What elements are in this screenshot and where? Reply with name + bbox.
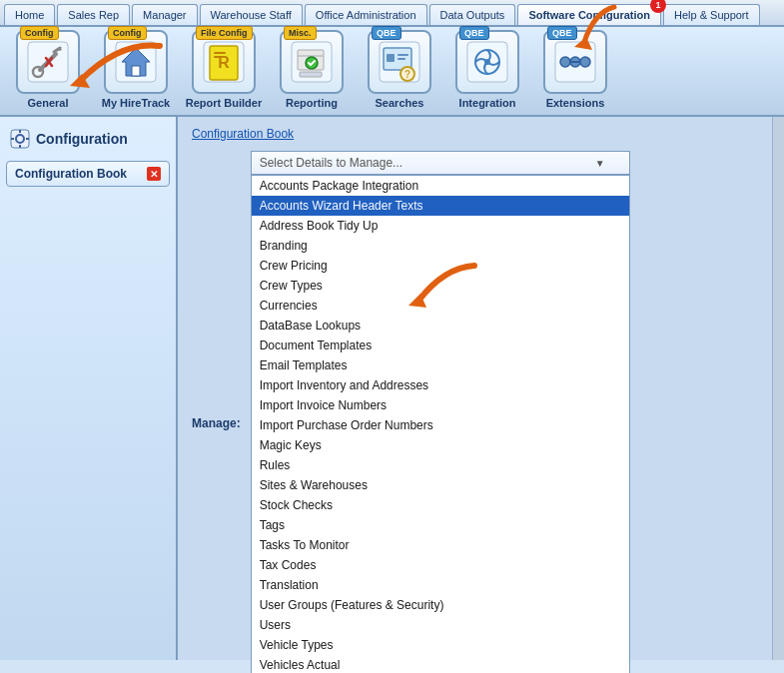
config-icon — [10, 129, 30, 149]
toolbar-btn-report-builder[interactable]: File Config R Report Builder — [184, 30, 264, 109]
badge-config-hiretrack: Config — [108, 26, 147, 40]
svg-point-34 — [580, 57, 590, 67]
svg-rect-14 — [214, 52, 226, 54]
sidebar-item-config-book[interactable]: Configuration Book ✕ — [6, 161, 170, 187]
dropdown-item-tax-codes[interactable]: Tax Codes — [252, 555, 629, 575]
sidebar-item-close[interactable]: ✕ — [147, 167, 161, 181]
toolbar-btn-extensions[interactable]: QBE Extensions — [535, 30, 615, 109]
dropdown-item-rules[interactable]: Rules — [252, 455, 629, 475]
toolbar-label-searches: Searches — [376, 97, 424, 109]
tab-manager[interactable]: Manager — [132, 4, 197, 25]
svg-rect-24 — [397, 54, 408, 56]
sidebar-item-label: Configuration Book — [15, 167, 127, 181]
dropdown-item-vehicle-types[interactable]: Vehicle Types — [252, 635, 629, 655]
tab-data-outputs[interactable]: Data Outputs — [429, 4, 516, 25]
dropdown-item-sites-warehouses[interactable]: Sites & Warehouses — [252, 475, 629, 495]
manage-label: Manage: — [192, 416, 241, 430]
chevron-down-icon: ▼ — [595, 158, 605, 169]
extensions-icon — [553, 40, 597, 84]
dropdown-item-import-inventory[interactable]: Import Inventory and Addresses — [252, 375, 629, 395]
dropdown-item-users[interactable]: Users — [252, 615, 629, 635]
toolbar-btn-integration[interactable]: QBE Integration — [447, 30, 527, 109]
badge-qbe-extensions: QBE — [547, 26, 577, 40]
dropdown-item-stock-checks[interactable]: Stock Checks — [252, 495, 629, 515]
dropdown-item-database-lookups[interactable]: DataBase Lookups — [252, 316, 629, 336]
dropdown-item-accounts-package[interactable]: Accounts Package Integration — [252, 176, 629, 196]
toolbar-btn-reporting[interactable]: Misc. Reporting — [272, 30, 352, 109]
dropdown-item-address-book[interactable]: Address Book Tidy Up — [252, 216, 629, 236]
badge-fileconfig: File Config — [196, 26, 253, 40]
content-area: Configuration Book Manage: Select Detail… — [178, 117, 772, 660]
scrollbar[interactable] — [772, 117, 784, 660]
sidebar-header: Configuration — [6, 125, 170, 153]
report-icon: R — [202, 40, 246, 84]
svg-rect-10 — [132, 66, 140, 76]
dropdown-item-tasks-to-monitor[interactable]: Tasks To Monitor — [252, 535, 629, 555]
house-icon — [114, 40, 158, 84]
dropdown-item-email-templates[interactable]: Email Templates — [252, 355, 629, 375]
svg-text:?: ? — [404, 69, 410, 80]
dropdown-item-magic-keys[interactable]: Magic Keys — [252, 435, 629, 455]
dropdown-item-vehicles-actual[interactable]: Vehicles Actual — [252, 655, 629, 673]
badge-config-general: Config — [20, 26, 59, 40]
toolbar: Config General Config — [0, 27, 784, 117]
tab-help-support[interactable]: Help & Support — [663, 4, 760, 25]
manage-select-container: Select Details to Manage... ▼ Accounts P… — [251, 151, 630, 673]
toolbar-label-reporting: Reporting — [286, 97, 338, 109]
sidebar-title: Configuration — [36, 131, 128, 147]
toolbar-label-report-builder: Report Builder — [186, 97, 262, 109]
svg-rect-15 — [214, 56, 222, 58]
tab-software-config[interactable]: Software Configuration 1 — [517, 4, 661, 25]
reporting-icon — [290, 40, 334, 84]
dropdown-item-crew-pricing[interactable]: Crew Pricing — [252, 256, 629, 276]
tab-home[interactable]: Home — [4, 4, 55, 25]
manage-row: Manage: Select Details to Manage... ▼ Ac… — [192, 151, 758, 673]
manage-select-display[interactable]: Select Details to Manage... ▼ — [251, 151, 630, 175]
svg-rect-25 — [397, 58, 405, 60]
svg-point-32 — [560, 57, 570, 67]
searches-icon: ? — [378, 40, 421, 84]
sidebar: Configuration Configuration Book ✕ — [0, 117, 178, 660]
svg-rect-20 — [300, 72, 322, 77]
dropdown-item-branding[interactable]: Branding — [252, 236, 629, 256]
toolbar-label-hiretrack: My HireTrack — [102, 97, 170, 109]
dropdown-item-accounts-wizard[interactable]: Accounts Wizard Header Texts — [252, 196, 629, 216]
toolbar-label-integration: Integration — [459, 97, 516, 109]
badge-qbe-searches: QBE — [372, 26, 401, 40]
dropdown-list: Accounts Package Integration Accounts Wi… — [251, 175, 630, 673]
toolbar-label-extensions: Extensions — [546, 97, 605, 109]
select-placeholder: Select Details to Manage... — [260, 156, 402, 170]
dropdown-item-crew-types[interactable]: Crew Types — [252, 276, 629, 296]
badge-qbe-integration: QBE — [459, 26, 489, 40]
integration-icon — [465, 40, 509, 84]
dropdown-item-translation[interactable]: Translation — [252, 575, 629, 595]
nav-tabs: Home Sales Rep Manager Warehouse Staff O… — [0, 0, 784, 27]
dropdown-item-user-groups[interactable]: User Groups (Features & Security) — [252, 595, 629, 615]
tab-office-admin[interactable]: Office Administration — [305, 4, 427, 25]
toolbar-btn-general[interactable]: Config General — [8, 30, 88, 109]
svg-rect-23 — [387, 54, 394, 62]
svg-point-30 — [484, 59, 490, 65]
wrench-icon — [26, 40, 70, 84]
dropdown-item-import-purchase[interactable]: Import Purchase Order Numbers — [252, 415, 629, 435]
dropdown-item-currencies[interactable]: Currencies — [252, 296, 629, 316]
dropdown-item-document-templates[interactable]: Document Templates — [252, 336, 629, 355]
toolbar-btn-hiretrack[interactable]: Config My HireTrack — [96, 30, 176, 109]
main-area: Configuration Configuration Book ✕ Confi… — [0, 117, 784, 660]
badge-misc: Misc. — [284, 26, 317, 40]
dropdown-item-import-invoice[interactable]: Import Invoice Numbers — [252, 395, 629, 415]
tab-warehouse-staff[interactable]: Warehouse Staff — [200, 4, 303, 25]
toolbar-btn-searches[interactable]: QBE ? Searches — [360, 30, 439, 109]
dropdown-item-tags[interactable]: Tags — [252, 515, 629, 535]
tab-sales-rep[interactable]: Sales Rep — [57, 4, 130, 25]
toolbar-label-general: General — [28, 97, 69, 109]
breadcrumb[interactable]: Configuration Book — [192, 127, 758, 141]
